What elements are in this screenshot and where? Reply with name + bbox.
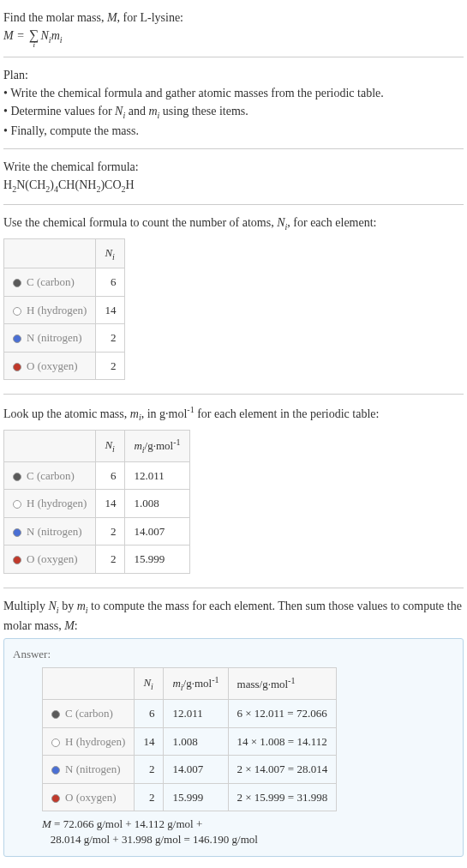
table-row: N (nitrogen) 2 14.007 xyxy=(4,517,190,546)
var-m: m xyxy=(51,29,60,42)
plan-bullet-1: • Write the chemical formula and gather … xyxy=(3,84,464,102)
table-row: O (oxygen) 2 15.999 2 × 15.999 = 31.998 xyxy=(43,783,337,811)
divider xyxy=(3,57,464,57)
element-swatch-icon xyxy=(51,766,60,775)
write-formula-section: Write the chemical formula: H2N(CH2)4CH(… xyxy=(3,153,464,201)
divider xyxy=(3,204,464,205)
atom-count-table: Ni C (carbon) 6 H (hydrogen) 14 N (nitro… xyxy=(3,238,125,381)
table-header-row: Ni mi/g·mol-1 xyxy=(4,430,190,461)
table-row: N (nitrogen) 2 14.007 2 × 14.007 = 28.01… xyxy=(43,756,337,784)
table-row: H (hydrogen) 14 xyxy=(4,296,125,324)
table-row: C (carbon) 6 12.011 xyxy=(4,461,190,490)
var-n: N xyxy=(41,29,49,42)
final-calc: M = 72.066 g/mol + 14.112 g/mol + 28.014… xyxy=(42,817,454,847)
multiply-text: Multiply Ni by mi to compute the mass fo… xyxy=(3,597,464,635)
element-swatch-icon xyxy=(13,528,21,537)
sub-i2: i xyxy=(60,35,63,45)
write-formula-heading: Write the chemical formula: xyxy=(3,158,464,176)
table-row: H (hydrogen) 14 1.008 xyxy=(4,490,190,518)
plan-bullet-3: • Finally, compute the mass. xyxy=(3,122,464,140)
blank-header xyxy=(4,238,96,268)
var-m: M xyxy=(107,11,117,24)
plan-bullet-2: • Determine values for Ni and mi using t… xyxy=(3,102,464,122)
chemical-formula: H2N(CH2)4CH(NH2)CO2H xyxy=(3,176,464,196)
count-atoms-section: Use the chemical formula to count the nu… xyxy=(3,208,464,390)
table-header-row: Ni xyxy=(4,238,125,268)
divider xyxy=(3,148,464,149)
intro-line1: Find the molar mass, M, for L-lysine: xyxy=(3,9,464,27)
element-swatch-icon xyxy=(13,556,21,564)
intro-section: Find the molar mass, M, for L-lysine: M … xyxy=(3,3,464,53)
atomic-mass-table: Ni mi/g·mol-1 C (carbon) 6 12.011 H (hyd… xyxy=(3,430,190,574)
table-row: N (nitrogen) 2 xyxy=(4,324,125,353)
answer-box: Answer: Ni mi/g·mol-1 mass/g·mol-1 C (ca… xyxy=(3,638,464,858)
divider xyxy=(3,394,464,395)
element-swatch-icon xyxy=(51,738,60,747)
lookup-mass-section: Look up the atomic mass, mi, in g·mol-1 … xyxy=(3,398,464,583)
plan-section: Plan: • Write the chemical formula and g… xyxy=(3,61,464,145)
plan-heading: Plan: xyxy=(3,66,464,84)
element-swatch-icon xyxy=(13,335,21,343)
answer-table: Ni mi/g·mol-1 mass/g·mol-1 C (carbon) 6 … xyxy=(42,667,337,811)
element-swatch-icon xyxy=(13,473,21,481)
eq-left: M = xyxy=(3,29,27,42)
n-header: Ni xyxy=(96,238,125,268)
table-row: O (oxygen) 2 15.999 xyxy=(4,546,190,574)
element-swatch-icon xyxy=(13,279,21,287)
text: Find the molar mass, xyxy=(3,11,107,24)
table-row: C (carbon) 6 xyxy=(4,268,125,297)
multiply-section: Multiply Ni by mi to compute the mass fo… xyxy=(3,592,464,866)
table-header-row: Ni mi/g·mol-1 mass/g·mol-1 xyxy=(43,668,337,700)
sigma-icon: ∑i xyxy=(29,29,39,48)
text: , for L-lysine: xyxy=(117,11,183,24)
element-swatch-icon xyxy=(51,794,60,803)
answer-label: Answer: xyxy=(13,646,454,663)
divider xyxy=(3,588,464,588)
table-row: O (oxygen) 2 xyxy=(4,352,125,380)
element-swatch-icon xyxy=(13,363,21,371)
element-swatch-icon xyxy=(13,500,21,509)
lookup-text: Look up the atomic mass, mi, in g·mol-1 … xyxy=(3,403,464,424)
count-text: Use the chemical formula to count the nu… xyxy=(3,214,464,233)
molar-mass-equation: M = ∑iNimi xyxy=(3,27,464,48)
table-row: C (carbon) 6 12.011 6 × 12.011 = 72.066 xyxy=(43,700,337,728)
element-swatch-icon xyxy=(13,307,21,316)
table-row: H (hydrogen) 14 1.008 14 × 1.008 = 14.11… xyxy=(43,727,337,756)
element-swatch-icon xyxy=(51,710,60,719)
